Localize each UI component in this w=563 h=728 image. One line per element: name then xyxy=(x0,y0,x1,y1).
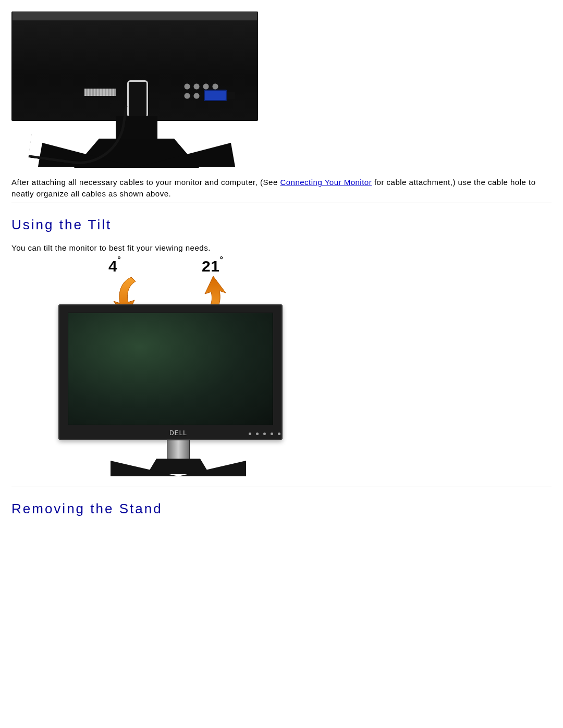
tilt-body-text: You can tilt the monitor to best fit you… xyxy=(11,242,552,254)
figure-caption: After attaching all necessary cables to … xyxy=(11,177,552,200)
vga-connector xyxy=(204,90,227,101)
degree-symbol: ° xyxy=(117,255,121,264)
figure-tilt-range: 4° 21° DELL xyxy=(48,256,309,480)
front-buttons xyxy=(249,433,280,435)
figure-cable-management xyxy=(11,11,258,172)
heading-using-the-tilt: Using the Tilt xyxy=(11,217,552,233)
monitor-screen xyxy=(68,313,273,425)
divider xyxy=(11,203,552,203)
tilt-back-angle: 21° xyxy=(202,257,223,275)
barcode-label xyxy=(84,89,116,96)
stand-foot-wings xyxy=(111,459,246,476)
cable-management-hole xyxy=(127,80,148,118)
divider xyxy=(11,487,552,487)
tilt-forward-angle: 4° xyxy=(108,257,121,275)
brand-logo: DELL xyxy=(169,429,187,437)
heading-removing-the-stand: Removing the Stand xyxy=(11,501,552,517)
panel-top-edge xyxy=(13,11,257,20)
degree-symbol: ° xyxy=(219,255,223,264)
angle-value: 21 xyxy=(202,257,219,275)
caption-text-pre: After attaching all necessary cables to … xyxy=(11,178,280,187)
angle-value: 4 xyxy=(108,257,117,275)
connecting-your-monitor-link[interactable]: Connecting Your Monitor xyxy=(280,178,372,187)
